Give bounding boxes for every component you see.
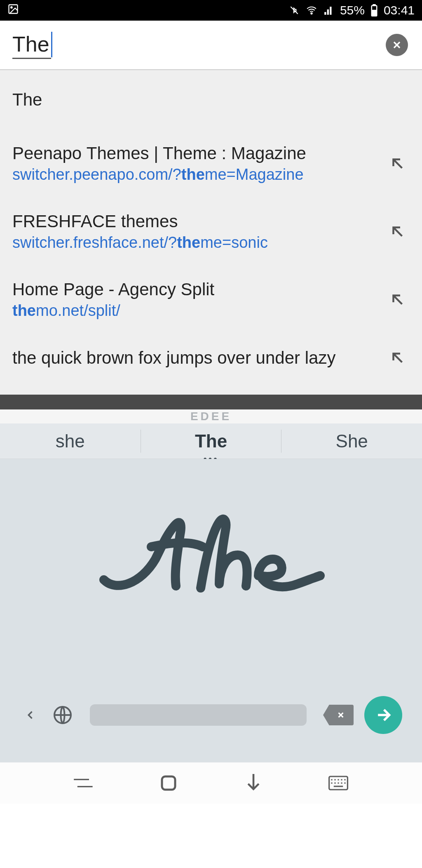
- chevron-left-icon[interactable]: [20, 704, 41, 726]
- recents-button[interactable]: [71, 771, 96, 795]
- battery-icon: [370, 4, 378, 16]
- mute-icon: [289, 5, 300, 16]
- suggestion-item[interactable]: Home Page - Agency Split themo.net/split…: [0, 266, 422, 334]
- svg-rect-4: [373, 4, 375, 6]
- svg-point-2: [311, 13, 312, 14]
- text-caret: [51, 32, 52, 57]
- candidate-row: she The ••• She: [0, 423, 422, 459]
- status-bar: 55% 03:41: [0, 0, 422, 21]
- candidate-word[interactable]: she: [0, 425, 141, 457]
- handwriting-stroke: [96, 510, 326, 600]
- keyboard-spacer: [0, 651, 422, 692]
- signal-icon: [324, 5, 334, 16]
- system-nav-bar: [0, 762, 422, 804]
- insert-arrow-icon[interactable]: [387, 153, 408, 174]
- suggestions-list: The Peenapo Themes | Theme : Magazine sw…: [0, 70, 422, 395]
- backspace-key[interactable]: [323, 705, 354, 725]
- insert-arrow-icon[interactable]: [387, 221, 408, 242]
- address-bar: [0, 21, 422, 70]
- clear-button[interactable]: [386, 34, 408, 56]
- candidate-word[interactable]: She: [281, 425, 422, 457]
- keyboard-toolbar: [0, 692, 422, 738]
- input-underline: [12, 58, 51, 59]
- back-button[interactable]: [241, 771, 266, 795]
- svg-rect-5: [372, 10, 376, 16]
- battery-percent: 55%: [340, 3, 365, 17]
- home-button[interactable]: [156, 771, 181, 795]
- suggestion-item[interactable]: FRESHFACE themes switcher.freshface.net/…: [0, 198, 422, 266]
- suggestion-item[interactable]: The: [0, 70, 422, 129]
- globe-icon[interactable]: [52, 704, 73, 726]
- picture-icon: [7, 3, 19, 18]
- insert-arrow-icon[interactable]: [387, 348, 408, 368]
- svg-point-1: [11, 7, 12, 8]
- insert-arrow-icon[interactable]: [387, 289, 408, 310]
- spacebar[interactable]: [90, 704, 307, 726]
- page-peek: EDEE: [0, 409, 422, 423]
- keyboard-spacer-2: [0, 738, 422, 762]
- suggestion-item[interactable]: the quick brown fox jumps over under laz…: [0, 334, 422, 382]
- suggestion-item[interactable]: Peenapo Themes | Theme : Magazine switch…: [0, 129, 422, 198]
- wifi-icon: [305, 5, 318, 16]
- handwriting-area[interactable]: [0, 459, 422, 651]
- enter-button[interactable]: [364, 696, 402, 734]
- clock: 03:41: [384, 3, 415, 17]
- keyboard-switch-icon[interactable]: [326, 771, 351, 795]
- url-input[interactable]: [12, 32, 282, 58]
- page-bg-dark: [0, 395, 422, 409]
- svg-rect-7: [162, 776, 175, 790]
- candidate-word[interactable]: The •••: [141, 425, 281, 457]
